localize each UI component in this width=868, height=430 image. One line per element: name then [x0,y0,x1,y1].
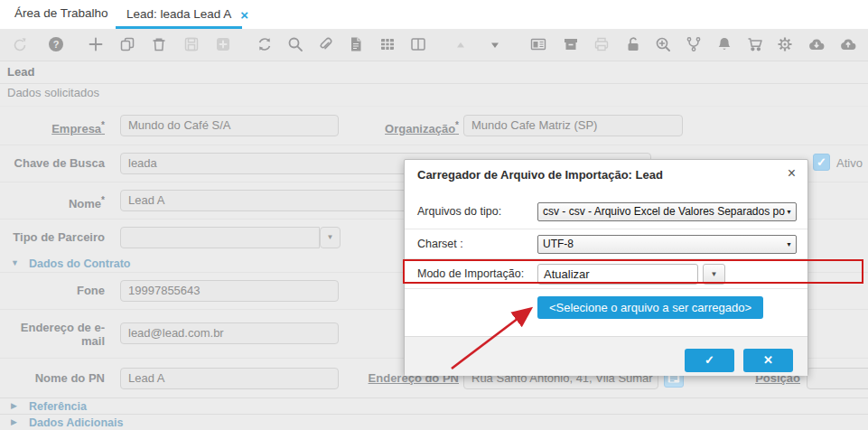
select-arrow-icon: ▼ [786,209,792,215]
ativo-label: Ativo [836,156,863,170]
import-mode-dropdown-button[interactable]: ▼ [703,264,725,285]
tipo-de-parceiro-dropdown-button[interactable]: ▼ [320,227,341,248]
save-record-icon[interactable] [182,35,201,53]
select-arrow-icon: ▼ [786,241,792,248]
organizacao-label[interactable]: Organização* [341,118,459,136]
dialog-row-file-type: Arquivos do tipo: csv - csv - Arquivo Ex… [405,191,807,229]
group-header: Dados solicitados [7,86,99,99]
nome-do-pn-label: Nome do PN [0,371,113,385]
report-icon[interactable] [347,35,365,53]
notifications-icon[interactable] [715,35,733,53]
empresa-field[interactable]: Mundo do Café S/A [120,115,339,136]
required-marker: * [101,120,105,130]
select-file-button[interactable]: <Selecione o arquivo a ser carregado> [537,296,763,319]
archive-icon[interactable] [562,35,580,53]
nome-label: Nome* [0,193,113,210]
dialog-close-icon[interactable]: × [788,165,796,182]
cart-icon[interactable] [746,35,764,53]
section-label: Referência [29,400,87,413]
divider [0,83,868,84]
organizacao-field[interactable]: Mundo Cafe Matriz (SP) [463,115,683,136]
dialog-row-charset: Charset : UTF-8 ▼ [405,229,807,258]
check-icon: ✓ [817,155,826,169]
charset-value: UTF-8 [543,238,574,250]
required-marker: * [101,195,105,205]
posicao-field[interactable] [807,368,868,389]
empresa-label[interactable]: Empresa* [0,118,113,136]
cross-icon: ✕ [763,353,773,367]
file-type-select[interactable]: csv - csv - Arquivo Excel de Valores Sep… [537,202,797,221]
zoom-across-icon[interactable] [654,35,672,53]
attachment-icon[interactable] [316,35,334,53]
tab-lead-label: Lead: leada Lead A [126,1,231,28]
charset-select[interactable]: UTF-8 ▼ [537,235,797,254]
tab-workspace[interactable]: Área de Trabalho [14,0,108,29]
import-mode-label: Modo de Importação: [417,267,524,280]
email-label: Endereço de e-mail [9,321,113,348]
dialog-row-import-mode: Modo de Importação: Atualizar ▼ [405,258,807,288]
section-dados-adicionais[interactable]: ▶ Dados Adicionais [0,414,868,430]
dialog-title: Carregador de Arquivo de Importação: Lea… [417,168,663,182]
svg-text:?: ? [53,39,60,50]
toolbar: ? [0,29,868,61]
chevron-down-icon: ▼ [711,270,718,278]
collapse-caret-icon: ▼ [11,258,19,267]
section-label: Dados do Contrato [29,257,131,270]
nome-do-pn-field[interactable]: Lead A [120,368,339,389]
expand-caret-icon: ▶ [11,401,17,410]
form-view-icon[interactable] [529,35,547,53]
fone-field[interactable]: 19997855643 [120,280,339,302]
cancel-button[interactable]: ✕ [743,349,793,372]
find-icon[interactable] [286,35,304,53]
import-mode-combobox[interactable]: Atualizar [537,264,698,285]
copy-record-icon[interactable] [118,35,136,53]
charset-label: Charset : [417,238,463,250]
empresa-label-text: Empresa [51,122,101,136]
print-icon[interactable] [593,35,611,53]
delete-record-icon[interactable] [150,35,168,53]
chevron-down-icon: ▼ [327,233,334,241]
app-root: { "glyphs": { "check": "✓", "cross": "✕"… [0,0,868,430]
organizacao-label-text: Organização [385,122,455,136]
cloud-upload-icon[interactable] [839,35,857,53]
cloud-download-icon[interactable] [807,35,826,53]
check-icon: ✓ [705,353,714,367]
row-empresa-organizacao: Empresa* Mundo do Café S/A Organização* … [0,106,868,145]
chave-de-busca-label: Chave de Busca [0,156,113,170]
new-record-icon[interactable] [87,35,105,53]
fone-label: Fone [0,284,113,297]
save-create-new-icon[interactable] [214,35,232,53]
parent-record-icon[interactable] [454,39,467,51]
email-field[interactable]: lead@lead.com.br [120,322,339,344]
help-icon[interactable]: ? [47,35,65,53]
nome-label-text: Nome [69,197,101,210]
file-type-value: csv - csv - Arquivo Excel de Valores Sep… [543,205,785,218]
detail-record-icon[interactable] [489,39,501,51]
tipo-de-parceiro-field[interactable] [120,227,320,248]
window-title: Lead [7,61,34,83]
refresh-icon[interactable] [256,35,274,53]
undo-icon[interactable] [11,35,29,53]
grid-toggle-icon[interactable] [378,35,397,53]
tab-close-icon[interactable]: × [240,8,248,22]
preferences-icon[interactable] [776,35,794,53]
file-type-label: Arquivos do tipo: [417,205,501,218]
confirm-button[interactable]: ✓ [685,349,734,372]
ativo-checkbox[interactable]: ✓ [813,154,830,171]
tipo-de-parceiro-label: Tipo de Parceiro [0,230,113,244]
section-referencia[interactable]: ▶ Referência [0,397,868,414]
expand-caret-icon: ▶ [11,417,17,426]
tab-lead[interactable]: Lead: leada Lead A × [126,0,248,29]
unlock-icon[interactable] [624,35,642,53]
section-label: Dados Adicionais [29,416,123,429]
dialog-footer: ✓ ✕ [405,336,807,376]
workflow-icon[interactable] [685,35,703,53]
detail-layout-icon[interactable] [409,35,427,53]
tab-bar: Área de Trabalho Lead: leada Lead A × [0,0,868,29]
import-file-loader-dialog: Carregador de Arquivo de Importação: Lea… [404,159,808,376]
required-marker: * [455,120,459,130]
